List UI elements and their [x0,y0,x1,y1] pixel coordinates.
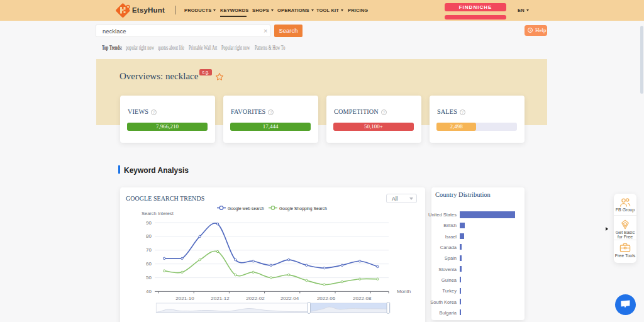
svg-text:2022-04: 2022-04 [280,296,299,301]
svg-text:60: 60 [146,261,152,267]
svg-text:80: 80 [146,233,152,239]
svg-text:Month: Month [397,289,411,294]
svg-text:2021-12: 2021-12 [211,296,230,301]
svg-text:70: 70 [146,247,152,253]
svg-text:Google Shopping Search: Google Shopping Search [279,206,327,211]
svg-text:Google web search: Google web search [228,206,264,211]
svg-text:Search Interest: Search Interest [142,211,174,216]
svg-text:2022-08: 2022-08 [353,296,372,301]
svg-text:40: 40 [146,289,152,294]
svg-text:2022-02: 2022-02 [246,296,265,301]
svg-text:2022-06: 2022-06 [317,296,336,301]
svg-text:90: 90 [146,220,152,226]
svg-text:2021-10: 2021-10 [175,296,194,301]
svg-text:50: 50 [146,275,152,280]
